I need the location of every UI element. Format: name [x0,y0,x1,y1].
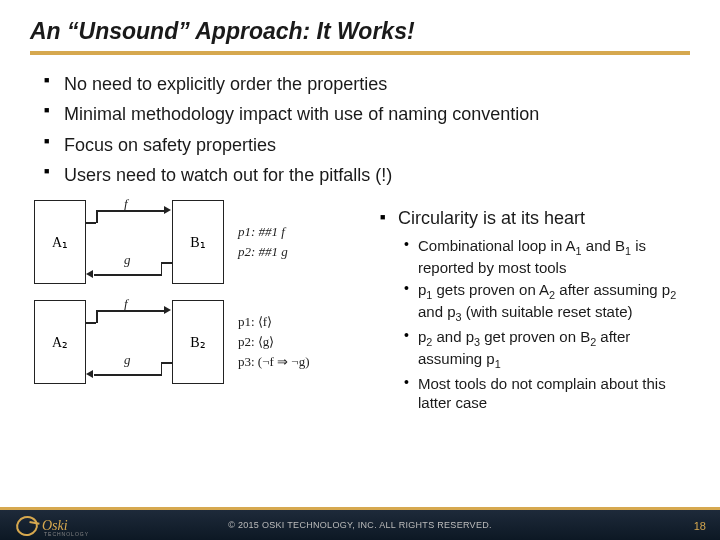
slide-title: An “Unsound” Approach: It Works! [0,0,720,51]
prop-p2-1: p2: ##1 g [238,242,288,262]
props-1: p1: ##1 f p2: ##1 g [238,222,288,262]
right-column: Circularity is at its heart Combinationa… [374,200,694,415]
box-a2: A₂ [34,300,86,384]
diagram-row-2: A₂ f g B₂ p1: ⟨f⟩ p2: ⟨g⟩ [34,300,374,384]
logo: Oski TECHNOLOGY [16,516,68,536]
arrow-pair-2: f g [86,300,172,384]
props-2: p1: ⟨f⟩ p2: ⟨g⟩ p3: (¬f ⇒ ¬g) [238,312,310,372]
prop-p1-1: p1: ##1 f [238,222,288,242]
diagram-row-1: A₁ f g B₁ p1: ##1 f p2: ##1 g [34,200,374,284]
page-number: 18 [694,520,706,532]
prop-p1-2: p1: ⟨f⟩ [238,312,310,332]
list-item: Minimal methodology impact with use of n… [44,99,690,129]
box-b2: B₂ [172,300,224,384]
prop-p2-2: p2: ⟨g⟩ [238,332,310,352]
prop-p3-2: p3: (¬f ⇒ ¬g) [238,352,310,372]
box-b1: B₁ [172,200,224,284]
box-a1: A₁ [34,200,86,284]
arrow-pair-1: f g [86,200,172,284]
arrow-label-g: g [124,252,131,268]
logo-subtext: TECHNOLOGY [44,531,89,537]
list-item: p2 and p3 get proven on B2 after assumin… [404,326,694,373]
right-heading: Circularity is at its heart [378,200,694,235]
diagram-column: A₁ f g B₁ p1: ##1 f p2: ##1 g [34,200,374,415]
list-item: Focus on safety properties [44,130,690,160]
main-bullet-list: No need to explicitly order the properti… [0,69,720,190]
list-item: Users need to watch out for the pitfalls… [44,160,690,190]
list-item: No need to explicitly order the properti… [44,69,690,99]
footer-bar: Oski TECHNOLOGY © 2015 OSKI TECHNOLOGY, … [0,510,720,540]
middle-content: A₁ f g B₁ p1: ##1 f p2: ##1 g [0,190,720,415]
arrow-label-g2: g [124,352,131,368]
arrow-label-f: f [124,196,128,212]
copyright-text: © 2015 OSKI TECHNOLOGY, INC. ALL RIGHTS … [228,520,492,530]
logo-mark-icon [14,513,40,538]
list-item: Most tools do not complain about this la… [404,373,694,415]
title-underline [30,51,690,55]
sub-bullet-list: Combinational loop in A1 and B1 is repor… [378,235,694,415]
list-item: Combinational loop in A1 and B1 is repor… [404,235,694,279]
arrow-label-f2: f [124,296,128,312]
list-item: p1 gets proven on A2 after assuming p2 a… [404,279,694,326]
